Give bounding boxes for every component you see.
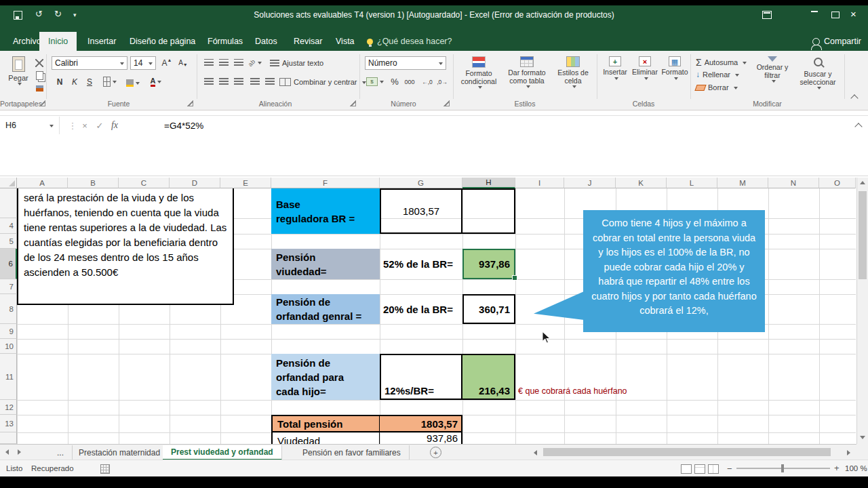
recovered-file-icon[interactable]	[100, 464, 110, 474]
font-color-icon[interactable]: A	[149, 75, 163, 88]
autosum-button[interactable]: Σ Autosuma	[696, 58, 747, 67]
zoom-level[interactable]: 100 %	[845, 464, 867, 472]
cell-orfandad-label[interactable]: Pensión de orfandad genral =	[271, 294, 380, 324]
view-page-layout-icon[interactable]	[694, 464, 705, 474]
delete-cells-button[interactable]: × Eliminar	[631, 54, 659, 83]
row-header-10[interactable]: 10	[0, 339, 17, 354]
row-header-7[interactable]: 7	[0, 279, 17, 294]
sheet-nav-left-icon[interactable]	[5, 449, 9, 455]
align-bottom-icon[interactable]	[232, 56, 245, 69]
borders-icon[interactable]	[103, 75, 117, 88]
cell-base-empty[interactable]	[462, 188, 515, 234]
row-header-partial[interactable]	[0, 432, 17, 444]
column-header-E[interactable]: E	[220, 178, 271, 188]
name-box[interactable]: H6	[0, 117, 60, 134]
restore-icon[interactable]	[831, 12, 840, 18]
callout-bubble[interactable]: Como tiene 4 hijos y el máximo a cobrar …	[583, 210, 765, 332]
note-textbox[interactable]: será la prestación de la viuda y de los …	[17, 188, 234, 305]
decrease-indent-icon[interactable]	[248, 75, 262, 88]
cell-base-value[interactable]: 1803,57	[380, 188, 462, 234]
tab-datos[interactable]: Datos	[246, 32, 286, 51]
cell-styles-button[interactable]: Estilos de celda	[552, 54, 594, 92]
align-top-icon[interactable]	[202, 56, 216, 69]
cell-base-label[interactable]: Base reguladora BR =	[271, 188, 380, 234]
fill-button[interactable]: ↓ Rellenar	[696, 70, 739, 79]
align-middle-icon[interactable]	[217, 56, 231, 69]
number-format-combo[interactable]: Número	[365, 56, 446, 70]
underline-button[interactable]: S	[83, 75, 96, 88]
sheet-tab-prestacion-maternidad[interactable]: Prestación maternidad	[71, 445, 169, 460]
close-icon[interactable]: ×	[850, 8, 856, 20]
row-header-8[interactable]: 8	[0, 294, 17, 324]
column-header-M[interactable]: M	[717, 178, 768, 188]
tab-revisar[interactable]: Revisar	[285, 32, 331, 51]
paste-button[interactable]: Pegar	[4, 54, 33, 89]
increase-decimal-icon[interactable]: ←,0	[420, 75, 434, 88]
zoom-slider-thumb[interactable]	[781, 464, 784, 472]
cell-hijo-value[interactable]: 216,43	[462, 354, 515, 400]
column-header-O[interactable]: O	[819, 178, 856, 188]
wrap-text-button[interactable]: Ajustar texto	[270, 59, 323, 67]
align-left-icon[interactable]	[202, 75, 216, 88]
ribbon-display-icon[interactable]	[762, 11, 772, 19]
format-table-button[interactable]: Dar formato como tabla	[503, 54, 551, 92]
scroll-down-icon[interactable]	[860, 436, 865, 439]
cell-hijo-label[interactable]: Pensión de orfandad para cada hijo=	[271, 354, 380, 400]
italic-button[interactable]: K	[68, 75, 81, 88]
percent-icon[interactable]: %	[388, 75, 401, 88]
increase-indent-icon[interactable]	[263, 75, 277, 88]
increase-font-icon[interactable]: A▲	[160, 56, 174, 69]
selected-cell-h6[interactable]: 937,86	[462, 249, 515, 279]
clipboard-dialog-launcher-icon[interactable]	[39, 100, 45, 106]
row-header-6[interactable]: 6	[0, 249, 17, 279]
sheet-tab-pension-en-favor-familiares[interactable]: Pensión en favor familiares	[294, 445, 410, 460]
tab-diseno[interactable]: Diseño de página	[121, 32, 204, 51]
column-header-D[interactable]: D	[170, 178, 220, 188]
column-header-F[interactable]: F	[271, 178, 380, 188]
collapse-formula-bar-icon[interactable]	[854, 123, 862, 130]
cell-hijo-note[interactable]: € que cobrará cada huérfano	[518, 386, 627, 396]
cell-orfandad-value[interactable]: 360,71	[462, 294, 515, 324]
column-header-G[interactable]: G	[380, 178, 462, 188]
cell-viudedad-pct[interactable]: 52% de la BR=	[380, 249, 462, 279]
bold-button[interactable]: N	[53, 75, 66, 88]
vertical-scroll-thumb[interactable]	[859, 191, 867, 279]
column-header-N[interactable]: N	[768, 178, 819, 188]
align-center-icon[interactable]	[217, 75, 231, 88]
merge-center-button[interactable]: Combinar y centrar	[279, 78, 366, 86]
format-painter-icon[interactable]	[33, 82, 46, 95]
row-header-13[interactable]: 13	[0, 415, 17, 432]
decrease-font-icon[interactable]: A▼	[176, 56, 190, 69]
font-size-combo[interactable]: 14	[130, 56, 156, 70]
row-header-5[interactable]: 5	[0, 234, 17, 249]
select-all-corner[interactable]	[0, 178, 17, 188]
clear-button[interactable]: Borrar	[696, 83, 738, 92]
column-header-J[interactable]: J	[564, 178, 616, 188]
cut-icon[interactable]	[33, 56, 46, 69]
column-header-B[interactable]: B	[68, 178, 119, 188]
tab-insertar[interactable]: Insertar	[79, 32, 125, 51]
column-header-A[interactable]: A	[17, 178, 68, 188]
view-normal-icon[interactable]	[681, 464, 692, 474]
tellme-search[interactable]: ¿Qué desea hacer?	[358, 32, 461, 51]
collapse-ribbon-icon[interactable]	[850, 94, 858, 102]
sort-filter-button[interactable]: Ordenar y filtrar	[751, 54, 793, 86]
horizontal-scroll-thumb[interactable]	[543, 448, 831, 456]
scroll-left-icon[interactable]	[534, 450, 537, 455]
formula-input[interactable]: =G4*52%	[164, 117, 203, 134]
view-page-break-icon[interactable]	[708, 464, 719, 474]
share-button[interactable]: Compartir	[804, 32, 868, 51]
scroll-right-icon[interactable]	[847, 450, 850, 455]
insert-cells-button[interactable]: + Insertar	[601, 54, 629, 83]
orientation-icon[interactable]: ab	[248, 56, 262, 69]
enter-icon[interactable]: ✓	[92, 117, 107, 134]
cell-row14-value[interactable]: 937,86	[380, 432, 462, 444]
cell-hijo-pct[interactable]: 12%s/BR=	[380, 354, 462, 400]
cancel-icon[interactable]: ×	[77, 117, 92, 134]
currency-icon[interactable]: $	[366, 75, 384, 88]
cell-viudedad-label[interactable]: Pensión viudedad=	[271, 249, 380, 279]
tab-inicio[interactable]: Inicio	[39, 32, 77, 51]
sheet-nav-right-icon[interactable]	[18, 449, 21, 455]
zoom-in-button[interactable]: +	[834, 463, 840, 473]
font-name-combo[interactable]: Calibri	[52, 56, 127, 70]
